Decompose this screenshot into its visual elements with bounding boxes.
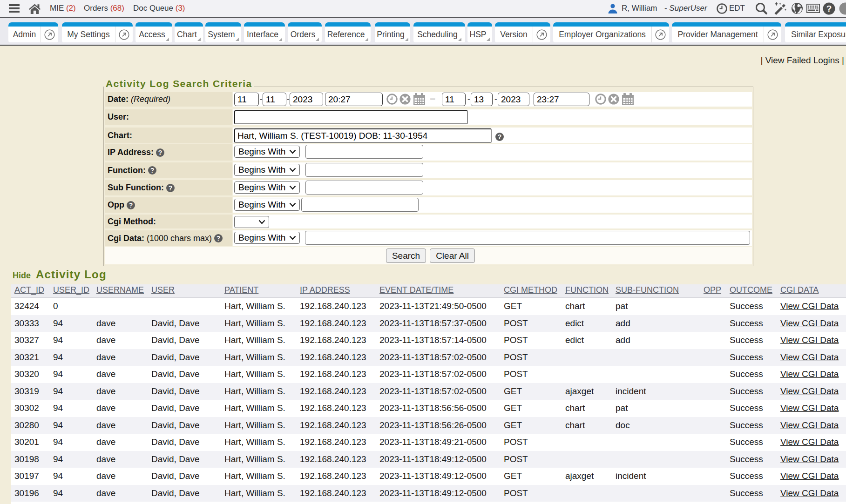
svg-text:?: ?	[826, 4, 832, 13]
